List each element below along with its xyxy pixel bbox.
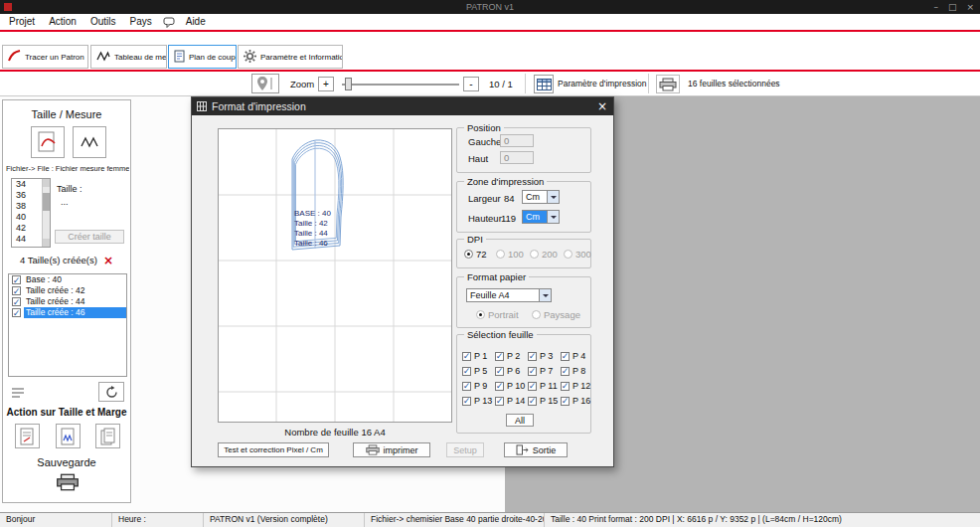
zoom-out-button[interactable]: - [463, 77, 479, 91]
action-taille-button[interactable] [15, 424, 40, 448]
paysage-label: Paysage [544, 309, 580, 320]
dpi-100-radio[interactable]: 100 [496, 249, 524, 260]
sheet-checkbox-p12[interactable]: ✓P 12 [561, 381, 590, 391]
sheet-checkbox-p3[interactable]: ✓P 3 [528, 351, 553, 361]
zoom-slider[interactable] [342, 84, 459, 86]
checkbox: ✓ [528, 382, 537, 391]
table-grid-icon [537, 79, 552, 90]
refresh-button[interactable] [98, 382, 124, 402]
sheet-checkbox-p6[interactable]: ✓P 6 [495, 366, 520, 376]
menu-outils[interactable]: Outils [83, 14, 123, 30]
created-size-row[interactable]: ✓ Base : 40 [9, 274, 126, 285]
scroll-up-arrow[interactable] [43, 179, 50, 187]
test-correction-button[interactable]: Test et correction Pixel / Cm [218, 442, 329, 457]
imprimer-button[interactable]: imprimer [353, 442, 430, 457]
setup-button[interactable]: Setup [446, 442, 484, 457]
close-button[interactable]: × [966, 0, 974, 14]
paper-group-title: Format papier [464, 271, 529, 282]
printer-icon [366, 444, 380, 455]
dpi-200-radio[interactable]: 200 [530, 249, 558, 260]
checkbox[interactable]: ✓ [12, 308, 21, 317]
creer-taille-button[interactable]: Créer taille [55, 230, 124, 244]
sortie-button[interactable]: Sortie [504, 442, 568, 457]
dpi-300-radio[interactable]: 300 [564, 249, 591, 260]
menu-pays[interactable]: Pays [122, 14, 158, 30]
created-size-row-selected[interactable]: ✓ Taille créée : 46 [9, 307, 126, 318]
size-list-scrollbar[interactable] [42, 179, 50, 247]
sheet-label: P 12 [572, 381, 590, 391]
doc-marge-icon [61, 428, 77, 445]
menu-projet[interactable]: Projet [2, 14, 42, 30]
created-size-row[interactable]: ✓ Taille créée : 44 [9, 296, 126, 307]
list-options-icon[interactable] [11, 387, 27, 401]
created-size-label: Taille créée : 44 [24, 296, 126, 307]
sheet-checkbox-p2[interactable]: ✓P 2 [495, 351, 520, 361]
checkbox[interactable]: ✓ [12, 286, 21, 295]
maximize-button[interactable]: □ [948, 0, 957, 14]
dpi-72-radio[interactable]: 72 [464, 249, 487, 260]
sheet-checkbox-p1[interactable]: ✓P 1 [462, 351, 487, 361]
sheet-checkbox-p4[interactable]: ✓P 4 [561, 351, 585, 361]
largeur-unit-select[interactable]: Cm [522, 190, 560, 204]
tab-parametre-information[interactable]: Paramètre et Information [238, 45, 343, 69]
check-icon: ✓ [463, 367, 471, 375]
action-marge-button[interactable] [56, 424, 81, 448]
action-copy-button[interactable] [95, 424, 120, 448]
imprimer-label: imprimer [384, 445, 418, 455]
portrait-radio[interactable]: Portrait [476, 309, 519, 320]
haut-field[interactable]: 0 [500, 151, 534, 164]
created-size-row[interactable]: ✓ Taille créée : 42 [9, 285, 126, 296]
save-printer-icon[interactable] [56, 473, 80, 493]
print-preview-canvas[interactable]: BASE : 40 Taille : 42 Taille : 44 Taille… [218, 128, 452, 423]
checkbox[interactable]: ✓ [12, 297, 21, 306]
print-settings-label[interactable]: Paramètre d'impression [558, 72, 647, 96]
pattern-file-button[interactable] [31, 126, 65, 158]
delete-sizes-icon[interactable]: × [103, 256, 113, 265]
print-button[interactable] [656, 75, 680, 93]
paper-size-select[interactable]: Feuille A4 [466, 288, 552, 302]
scroll-down-arrow[interactable] [43, 239, 50, 247]
checkbox: ✓ [528, 352, 537, 361]
created-sizes-list[interactable]: ✓ Base : 40 ✓ Taille créée : 42 ✓ Taille… [8, 273, 127, 377]
size-listbox[interactable]: 34 36 38 40 42 44 [11, 178, 51, 248]
sheet-checkbox-p16[interactable]: ✓P 16 [561, 396, 590, 406]
paysage-radio[interactable]: Paysage [532, 309, 580, 320]
sheets-selected-label: 16 feuilles sélectionnées [688, 72, 780, 96]
hauteur-unit-select[interactable]: Cm [522, 210, 560, 224]
sheet-checkbox-p10[interactable]: ✓P 10 [495, 381, 525, 391]
doc-edit-icon [20, 428, 36, 445]
zoom-slider-handle[interactable] [345, 78, 352, 90]
sheet-checkbox-p9[interactable]: ✓P 9 [462, 381, 487, 391]
sheet-checkbox-p7[interactable]: ✓P 7 [528, 366, 553, 376]
sheet-checkbox-p15[interactable]: ✓P 15 [528, 396, 558, 406]
pin-tool-button[interactable] [251, 74, 279, 93]
sheet-label: P 1 [474, 351, 487, 361]
sheet-checkbox-p5[interactable]: ✓P 5 [462, 366, 487, 376]
sheet-checkbox-p11[interactable]: ✓P 11 [528, 381, 558, 391]
chat-bubble-icon[interactable] [159, 17, 179, 28]
select-all-button[interactable]: All [506, 414, 534, 427]
tab-tableau-de-mesure[interactable]: Tableau de mesure [90, 45, 167, 69]
sheet-label: P 13 [474, 396, 492, 406]
tab-tracer-un-patron[interactable]: Tracer un Patron [2, 45, 88, 69]
hauteur-value[interactable]: 119 [501, 213, 516, 224]
gauche-field[interactable]: 0 [500, 134, 534, 147]
sheet-checkbox-p14[interactable]: ✓P 14 [495, 396, 525, 406]
menu-action[interactable]: Action [42, 14, 83, 30]
dialog-titlebar[interactable]: Format d'impression × [192, 97, 613, 115]
zoom-in-button[interactable]: + [318, 77, 334, 91]
sheet-checkbox-p13[interactable]: ✓P 13 [462, 396, 492, 406]
radio-circle [532, 310, 541, 319]
menu-aide[interactable]: Aide [179, 14, 213, 30]
sheet-checkbox-p8[interactable]: ✓P 8 [561, 366, 585, 376]
largeur-value[interactable]: 84 [504, 193, 515, 204]
measure-button[interactable] [73, 126, 106, 158]
tab-plan-de-coupe[interactable]: Plan de coupe [168, 45, 237, 69]
print-settings-button[interactable] [534, 75, 554, 93]
scroll-thumb[interactable] [43, 193, 50, 211]
minimize-button[interactable]: – [933, 0, 938, 14]
gauche-label: Gauche [468, 136, 501, 147]
sortie-label: Sortie [533, 445, 557, 455]
dialog-close-button[interactable]: × [597, 97, 607, 115]
checkbox[interactable]: ✓ [12, 275, 21, 284]
